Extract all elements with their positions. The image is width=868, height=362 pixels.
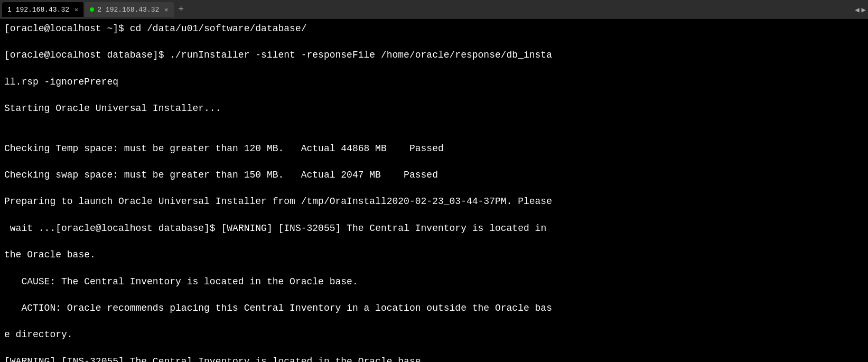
terminal-line: [oracle@localhost ~]$ cd /data/u01/softw… bbox=[4, 22, 864, 35]
new-tab-button[interactable]: + bbox=[175, 3, 188, 16]
terminal-line: e directory. bbox=[4, 328, 864, 341]
terminal-output[interactable]: [oracle@localhost ~]$ cd /data/u01/softw… bbox=[0, 19, 868, 362]
terminal-line: Starting Oracle Universal Installer... bbox=[4, 102, 864, 115]
tab-arrows: ◀ ▶ bbox=[855, 5, 866, 14]
tab-2-label: 2 192.168.43.32 bbox=[97, 6, 159, 14]
terminal-line: CAUSE: The Central Inventory is located … bbox=[4, 275, 864, 289]
tab-2-indicator bbox=[90, 7, 94, 12]
tab-1-label: 1 192.168.43.32 bbox=[7, 6, 69, 14]
terminal-line: Checking Temp space: must be greater tha… bbox=[4, 142, 864, 155]
terminal-line: wait ...[oracle@localhost database]$ [WA… bbox=[4, 222, 864, 235]
tab-2-close[interactable]: ✕ bbox=[164, 6, 168, 14]
tab-2[interactable]: 2 192.168.43.32 ✕ bbox=[85, 2, 173, 17]
arrow-right-icon[interactable]: ▶ bbox=[862, 5, 866, 14]
tab-1-close[interactable]: ✕ bbox=[74, 6, 78, 14]
terminal-line: [oracle@localhost database]$ ./runInstal… bbox=[4, 49, 864, 62]
terminal-line: ll.rsp -ignorePrereq bbox=[4, 76, 864, 89]
tab-bar: 1 192.168.43.32 ✕ 2 192.168.43.32 ✕ + ◀ … bbox=[0, 0, 868, 19]
terminal-line: Checking swap space: must be greater tha… bbox=[4, 169, 864, 182]
terminal-window: 1 192.168.43.32 ✕ 2 192.168.43.32 ✕ + ◀ … bbox=[0, 0, 868, 362]
terminal-line: Preparing to launch Oracle Universal Ins… bbox=[4, 195, 864, 208]
tab-1[interactable]: 1 192.168.43.32 ✕ bbox=[2, 2, 83, 17]
terminal-line: [WARNING] [INS-32055] The Central Invent… bbox=[4, 355, 864, 362]
terminal-line: the Oracle base. bbox=[4, 248, 864, 262]
terminal-line: ACTION: Oracle recommends placing this C… bbox=[4, 302, 864, 315]
arrow-left-icon[interactable]: ◀ bbox=[855, 5, 859, 14]
